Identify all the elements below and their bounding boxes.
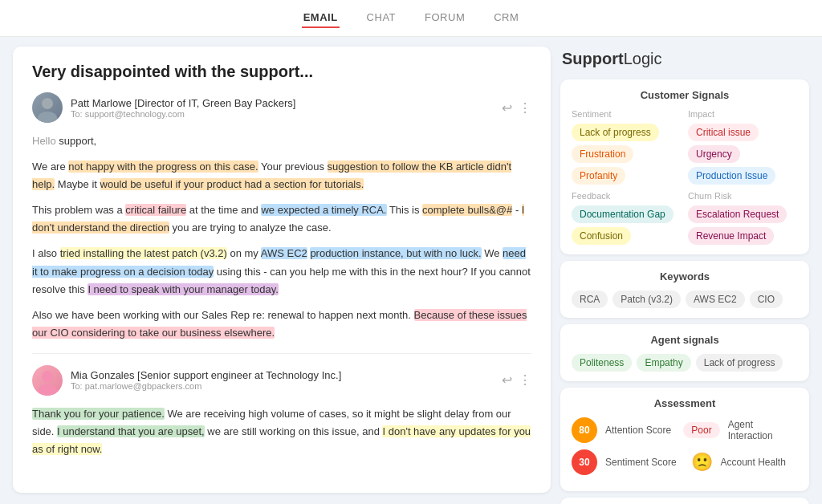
sentiment-label: Sentiment (572, 109, 682, 119)
more-icon[interactable]: ⋮ (519, 100, 531, 116)
email2-sender-details: Mia Gonzales [Senior support engineer at… (71, 369, 341, 391)
agent-signals-title: Agent signals (572, 334, 798, 346)
feedback-tags: Documentation Gap Confusion (572, 205, 682, 245)
right-panel: SupportLogic Customer Signals Sentiment … (560, 47, 809, 493)
email2-header: Mia Gonzales [Senior support engineer at… (32, 365, 531, 396)
sentiment-tags: Lack of progress Frustration Profanity (572, 124, 682, 185)
svg-point-3 (38, 384, 57, 396)
nav-chat[interactable]: CHAT (365, 8, 397, 28)
email1-header: Patt Marlowe [Director of IT, Green Bay … (32, 92, 531, 123)
churn-col: Churn Risk Escalation Request Revenue Im… (688, 191, 798, 245)
sentiment-row: 30 Sentiment Score 🙁 Account Health (572, 449, 798, 475)
main-layout: Very disappointed with the support... Pa… (0, 37, 822, 502)
nav-email[interactable]: EMAIL (302, 8, 340, 28)
attention-score-label: Attention Score (605, 425, 675, 436)
email2-sender-info: Mia Gonzales [Senior support engineer at… (32, 365, 341, 396)
attention-row: 80 Attention Score Poor Agent Interactio… (572, 417, 798, 443)
sad-face-icon: 🙁 (691, 452, 713, 473)
avatar-mia (32, 365, 63, 396)
email1-sender-to: To: support@technology.com (71, 109, 295, 119)
email1-actions[interactable]: ↩ ⋮ (502, 100, 531, 116)
svg-point-0 (42, 98, 53, 109)
nav-crm[interactable]: CRM (492, 8, 520, 28)
tag-doc-gap: Documentation Gap (572, 205, 673, 223)
signals-grid: Sentiment Lack of progress Frustration P… (572, 109, 798, 245)
brand-light: Logic (624, 50, 662, 67)
impact-col: Impact Critical issue Urgency Production… (688, 109, 798, 185)
impact-label: Impact (688, 109, 798, 119)
reply-icon[interactable]: ↩ (502, 100, 512, 116)
keyword-cio: CIO (750, 291, 783, 308)
keywords-card: Keywords RCA Patch (v3.2) AWS EC2 CIO (560, 261, 809, 318)
email1-sender-info: Patt Marlowe [Director of IT, Green Bay … (32, 92, 295, 123)
keywords-title: Keywords (572, 270, 798, 282)
tag-frustration: Frustration (572, 145, 633, 163)
tag-urgency: Urgency (688, 145, 740, 163)
agent-tag-politeness: Politeness (572, 354, 632, 372)
brand-bold: Support (562, 50, 624, 67)
agent-signals-card: Agent signals Politeness Empathy Lack of… (560, 324, 809, 381)
email1-sender-name: Patt Marlowe [Director of IT, Green Bay … (71, 97, 295, 109)
agent-tag-empathy: Empathy (637, 354, 690, 372)
tag-revenue-impact: Revenue Impact (688, 227, 774, 245)
email-panel: Very disappointed with the support... Pa… (13, 47, 551, 493)
email2-actions[interactable]: ↩ ⋮ (502, 372, 531, 388)
customer-signals-card: Customer Signals Sentiment Lack of progr… (560, 79, 809, 254)
svg-point-2 (42, 371, 53, 382)
tag-production-issue: Production Issue (688, 167, 775, 185)
feedback-label: Feedback (572, 191, 682, 201)
brand: SupportLogic (560, 47, 809, 73)
keyword-rca: RCA (572, 291, 608, 308)
churn-label: Churn Risk (688, 191, 798, 201)
more-icon-2[interactable]: ⋮ (519, 372, 531, 388)
assessment-title: Assessment (572, 397, 798, 409)
agent-tag-lack-progress: Lack of progress (696, 354, 783, 372)
churn-tags: Escalation Request Revenue Impact (688, 205, 798, 245)
svg-point-1 (38, 112, 57, 123)
nav-forum[interactable]: FORUM (423, 8, 466, 28)
email-divider (32, 353, 531, 354)
impact-tags: Critical issue Urgency Production Issue (688, 124, 798, 185)
interaction-label: Agent Interaction (728, 419, 798, 441)
tag-lack-progress: Lack of progress (572, 124, 659, 141)
email1-sender-details: Patt Marlowe [Director of IT, Green Bay … (71, 97, 295, 119)
email2-body: Thank you for your patience. We are rece… (32, 405, 531, 458)
email2-sender-name: Mia Gonzales [Senior support engineer at… (71, 369, 341, 381)
sentiment-score-label: Sentiment Score (605, 457, 683, 468)
tag-confusion: Confusion (572, 227, 631, 245)
keyword-patch: Patch (v3.2) (612, 291, 681, 308)
email2-sender-to: To: pat.marlowe@gbpackers.com (71, 381, 341, 391)
top-nav: EMAIL CHAT FORUM CRM (0, 0, 822, 37)
tag-profanity: Profanity (572, 167, 625, 185)
keyword-awsec2: AWS EC2 (686, 291, 745, 308)
sentiment-score-circle: 30 (572, 449, 597, 475)
predictions-card: Predictions Likely to escalate Churn ris… (560, 498, 809, 504)
customer-signals-title: Customer Signals (572, 89, 798, 101)
avatar-patt (32, 92, 63, 123)
tag-critical-issue: Critical issue (688, 124, 759, 141)
email-subject: Very disappointed with the support... (32, 63, 531, 81)
attention-score-circle: 80 (572, 417, 597, 443)
keywords-row: RCA Patch (v3.2) AWS EC2 CIO (572, 291, 798, 308)
agent-signals-row: Politeness Empathy Lack of progress (572, 354, 798, 372)
poor-badge: Poor (683, 422, 719, 438)
email1-body: Hello support, We are not happy with the… (32, 132, 531, 342)
reply-icon-2[interactable]: ↩ (502, 372, 512, 388)
tag-escalation: Escalation Request (688, 205, 787, 223)
assessment-card: Assessment 80 Attention Score Poor Agent… (560, 388, 809, 491)
sentiment-col: Sentiment Lack of progress Frustration P… (572, 109, 682, 185)
feedback-col: Feedback Documentation Gap Confusion (572, 191, 682, 245)
account-health-label: Account Health (721, 457, 799, 468)
